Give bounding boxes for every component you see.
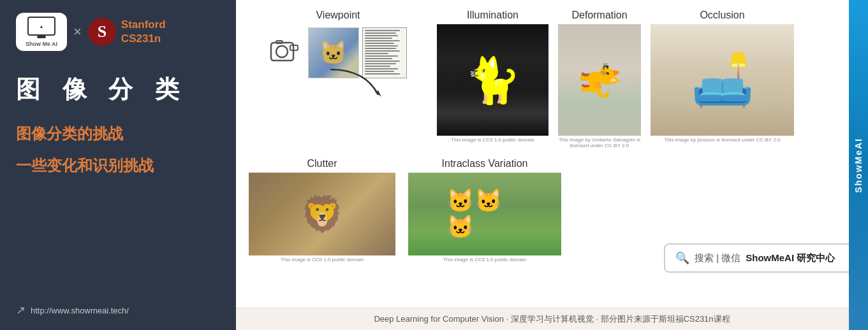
text-line: [365, 55, 399, 57]
deformation-label: Deformation: [571, 10, 627, 21]
text-line: [365, 35, 399, 36]
stanford-s-icon: S: [88, 18, 116, 46]
subtitle1: 图像分类的挑战: [16, 124, 220, 144]
footer: Deep Learning for Computer Vision · 深度学习…: [236, 308, 868, 330]
intraclass-caption: This image is CC0 1.0 public domain: [443, 257, 526, 262]
deformation-section: Deformation This image by Umberto Salvag…: [558, 10, 641, 148]
illumination-label: Illumination: [467, 10, 519, 21]
text-line: [365, 32, 397, 34]
clutter-label: Clutter: [307, 158, 337, 169]
footer-text: Deep Learning for Computer Vision · 深度学习…: [374, 314, 730, 324]
clutter-section: Clutter This image is CC0 1.0 public dom…: [249, 158, 395, 262]
text-line: [365, 58, 392, 59]
text-line: [365, 45, 399, 47]
viewpoint-label: Viewpoint: [316, 10, 360, 21]
text-line: [365, 48, 397, 49]
link-icon: ↗: [16, 303, 26, 317]
screen-icon: ▲: [27, 17, 55, 36]
page-title: 图 像 分 类: [16, 73, 220, 106]
search-box[interactable]: 🔍 搜索 | 微信 ShowMeAI 研究中心: [664, 243, 855, 273]
search-text: 搜索 | 微信: [695, 252, 740, 264]
occlusion-label: Occlusion: [700, 10, 744, 21]
bottom-link[interactable]: ↗ http://www.showmeai.tech/: [16, 294, 220, 317]
clutter-image: [249, 173, 395, 255]
occlusion-section: Occlusion This image by jonsson is licen…: [651, 10, 794, 143]
subtitle2: 一些变化和识别挑战: [16, 155, 220, 176]
text-line: [365, 40, 401, 41]
text-line: [365, 43, 395, 44]
x-symbol: ×: [73, 24, 82, 40]
illumination-caption: This image is CC0 1.0 public domain: [451, 137, 534, 143]
sidebar: ▲ Show Me AI × S Stanford CS231n 图 像 分 类…: [0, 0, 236, 330]
illumination-section: Illumination This image is CC0 1.0 publi…: [437, 10, 548, 143]
text-line: [365, 61, 401, 62]
text-line: [365, 63, 397, 64]
main-area: Viewpoint: [236, 0, 868, 308]
illumination-image: [437, 24, 548, 136]
watermark-text: ShowMeAI: [853, 138, 864, 193]
stanford-name: Stanford: [121, 18, 166, 32]
intraclass-section: Intraclass Variation This image is CC0 1…: [408, 158, 561, 262]
top-row: Viewpoint: [249, 10, 855, 148]
search-brand: ShowMeAI 研究中心: [746, 252, 835, 264]
svg-point-1: [276, 46, 288, 57]
camera-icon: [270, 38, 302, 69]
intraclass-image: [408, 173, 561, 255]
stanford-text: Stanford CS231n: [121, 18, 166, 46]
logo-area: ▲ Show Me AI × S Stanford CS231n: [16, 13, 220, 51]
viewpoint-section: Viewpoint: [249, 10, 427, 78]
intraclass-label: Intraclass Variation: [442, 158, 528, 169]
bottom-row: Clutter This image is CC0 1.0 public dom…: [249, 158, 855, 262]
svg-marker-4: [375, 90, 381, 97]
text-line: [365, 38, 392, 39]
deformation-image: [558, 24, 641, 136]
showmeai-logo: ▲ Show Me AI: [16, 13, 67, 51]
logo-label: Show Me AI: [26, 41, 57, 47]
curved-arrow: [327, 66, 385, 101]
search-icon: 🔍: [675, 251, 689, 265]
occlusion-caption: This image by jonsson is licensed under …: [664, 137, 780, 143]
text-line: [365, 50, 401, 52]
occlusion-image: [651, 24, 794, 136]
link-text: http://www.showmeai.tech/: [31, 306, 129, 315]
text-line: [365, 53, 388, 54]
content-area: Viewpoint: [236, 0, 868, 330]
stanford-course: CS231n: [121, 32, 166, 46]
deformation-caption: This image by Umberto Salvagnin is licen…: [558, 137, 641, 148]
clutter-caption: This image is CC0 1.0 public domain: [281, 257, 364, 262]
screen-text: ▲: [40, 24, 44, 29]
stanford-logo: S Stanford CS231n: [88, 18, 166, 46]
text-line: [365, 30, 401, 31]
watermark: ShowMeAI: [849, 0, 868, 330]
